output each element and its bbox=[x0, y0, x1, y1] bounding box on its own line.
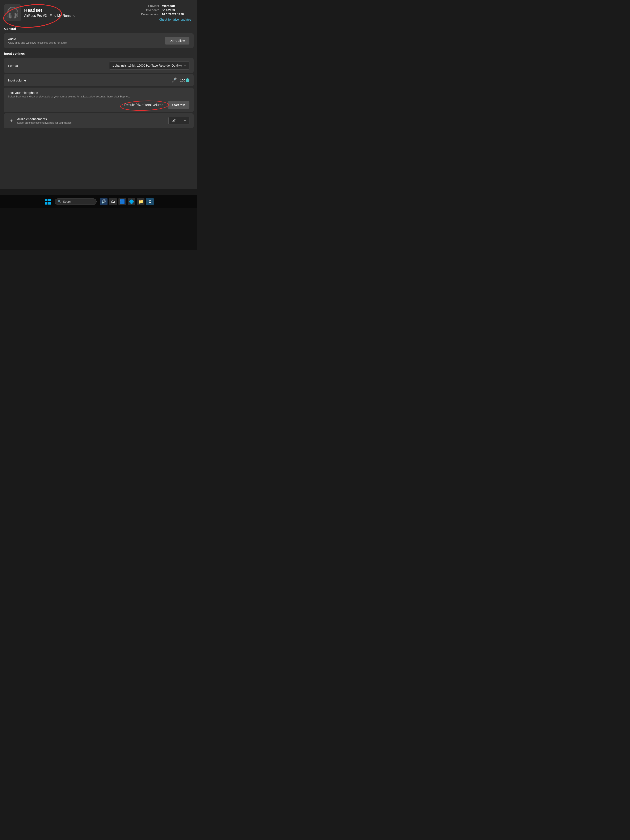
input-volume-card: Input volume 🎤 100 bbox=[4, 74, 194, 86]
settings-taskbar-icon[interactable]: ⚙ bbox=[146, 198, 154, 205]
file-explorer-icon[interactable]: 🗂 bbox=[109, 198, 117, 205]
general-section-header: General bbox=[0, 24, 197, 32]
input-volume-label: Input volume bbox=[8, 79, 26, 82]
format-card: Format 1 channels, 16 bit, 16000 Hz (Tap… bbox=[4, 58, 194, 73]
windows-logo[interactable] bbox=[44, 197, 52, 205]
driver-version-row: Driver version 10.0.22621.1778 bbox=[141, 13, 191, 16]
audio-label: Audio bbox=[8, 37, 67, 41]
volume-controls: 🎤 100 bbox=[171, 77, 189, 83]
test-result-text: Result: 0% of total volume bbox=[124, 103, 163, 107]
folder-icon: 📁 bbox=[138, 199, 144, 204]
taskbar: 🔍 Search 🔊 🗂 🟦 🌐 📁 bbox=[0, 195, 197, 208]
svg-rect-3 bbox=[48, 202, 51, 205]
audio-card-text: Audio Allow apps and Windows to use this… bbox=[8, 37, 67, 44]
volume-slider-thumb bbox=[186, 78, 189, 82]
header-area: 🎧 Headset AirPods Pro #3 - Find My Renam… bbox=[0, 0, 197, 24]
svg-rect-1 bbox=[48, 199, 51, 201]
audio-enhancements-label: Audio enhancements bbox=[17, 117, 72, 121]
file-manager-icon[interactable]: 📁 bbox=[137, 198, 144, 205]
format-label: Format bbox=[8, 64, 18, 68]
test-mic-description: Select Start test and talk or play audio… bbox=[8, 95, 189, 98]
driver-version-label: Driver version bbox=[141, 13, 159, 16]
enhancement-info: Audio enhancements Select an enhancement… bbox=[17, 117, 72, 124]
driver-date-row: Driver date 5/11/2023 bbox=[141, 8, 191, 12]
driver-date-label: Driver date bbox=[145, 8, 159, 12]
dont-allow-button[interactable]: Don't allow bbox=[165, 37, 189, 44]
microsoft-store-icon[interactable]: 🟦 bbox=[118, 198, 126, 205]
check-driver-updates-link[interactable]: Check for driver updates bbox=[159, 18, 191, 21]
audio-enhancements-row: ✦ Audio enhancements Select an enhanceme… bbox=[8, 117, 189, 125]
microphone-icon: 🎤 bbox=[171, 77, 177, 83]
test-mic-header: Test your microphone Select Start test a… bbox=[8, 91, 189, 98]
store-icon: 🟦 bbox=[120, 199, 125, 204]
driver-date-value: 5/11/2023 bbox=[162, 8, 191, 12]
taskbar-icons: 🔊 🗂 🟦 🌐 📁 ⚙ bbox=[100, 198, 154, 205]
bottom-dark-area bbox=[0, 208, 197, 250]
input-volume-row: Input volume 🎤 100 bbox=[8, 77, 189, 83]
audio-enhancements-icon: ✦ bbox=[8, 117, 15, 124]
device-subtitle: AirPods Pro #3 - Find My Rename bbox=[24, 14, 76, 17]
driver-info: Provider Microsoft Driver date 5/11/2023… bbox=[141, 4, 191, 21]
provider-label: Provider bbox=[148, 4, 159, 8]
provider-value: Microsoft bbox=[162, 4, 191, 8]
audio-enhancements-dropdown[interactable]: Off ▼ bbox=[169, 117, 189, 125]
input-settings-section-header: Input settings bbox=[0, 49, 197, 57]
speaker-taskbar-icon[interactable]: 🔊 bbox=[100, 198, 107, 205]
format-dropdown[interactable]: 1 channels, 16 bit, 16000 Hz (Tape Recor… bbox=[109, 62, 189, 69]
settings-window: 🎧 Headset AirPods Pro #3 - Find My Renam… bbox=[0, 0, 197, 189]
device-info: 🎧 Headset AirPods Pro #3 - Find My Renam… bbox=[4, 4, 76, 21]
test-mic-label: Test your microphone bbox=[8, 91, 189, 95]
search-bar[interactable]: 🔍 Search bbox=[55, 199, 96, 205]
device-title: Headset bbox=[24, 8, 76, 13]
settings-icon: ⚙ bbox=[148, 199, 152, 204]
speaker-icon: 🔊 bbox=[101, 199, 106, 204]
audio-card: Audio Allow apps and Windows to use this… bbox=[4, 33, 194, 48]
svg-rect-0 bbox=[45, 199, 47, 201]
audio-card-row: Audio Allow apps and Windows to use this… bbox=[8, 37, 189, 44]
chrome-icon: 🌐 bbox=[129, 199, 134, 204]
start-test-button[interactable]: Start test bbox=[167, 101, 189, 109]
provider-row: Provider Microsoft bbox=[141, 4, 191, 8]
audio-sublabel: Allow apps and Windows to use this devic… bbox=[8, 41, 67, 44]
audio-enhancements-card: ✦ Audio enhancements Select an enhanceme… bbox=[4, 114, 194, 128]
audio-enhancements-sublabel: Select an enhancement available for your… bbox=[17, 122, 72, 124]
format-value: 1 channels, 16 bit, 16000 Hz (Tape Recor… bbox=[112, 64, 182, 67]
audio-enhancements-arrow: ▼ bbox=[184, 119, 186, 122]
format-dropdown-arrow: ▼ bbox=[184, 64, 186, 67]
audio-enhancements-left: ✦ Audio enhancements Select an enhanceme… bbox=[8, 117, 72, 124]
headset-icon: 🎧 bbox=[4, 4, 21, 21]
search-text: Search bbox=[63, 200, 72, 203]
test-result-container: Result: 0% of total volume bbox=[124, 103, 163, 107]
driver-version-value: 10.0.22621.1778 bbox=[162, 13, 191, 16]
chrome-taskbar-icon[interactable]: 🌐 bbox=[128, 198, 135, 205]
search-icon: 🔍 bbox=[58, 200, 61, 203]
file-icon: 🗂 bbox=[111, 199, 115, 204]
device-text: Headset AirPods Pro #3 - Find My Rename bbox=[24, 8, 76, 17]
svg-rect-2 bbox=[45, 202, 47, 205]
test-mic-row: Result: 0% of total volume Start test bbox=[8, 101, 189, 109]
volume-value: 100 bbox=[180, 79, 186, 82]
audio-enhancements-value: Off bbox=[172, 119, 175, 122]
taskbar-inner: 🔍 Search 🔊 🗂 🟦 🌐 📁 bbox=[44, 197, 154, 205]
test-microphone-card: Test your microphone Select Start test a… bbox=[4, 88, 194, 112]
format-card-row: Format 1 channels, 16 bit, 16000 Hz (Tap… bbox=[8, 62, 189, 69]
